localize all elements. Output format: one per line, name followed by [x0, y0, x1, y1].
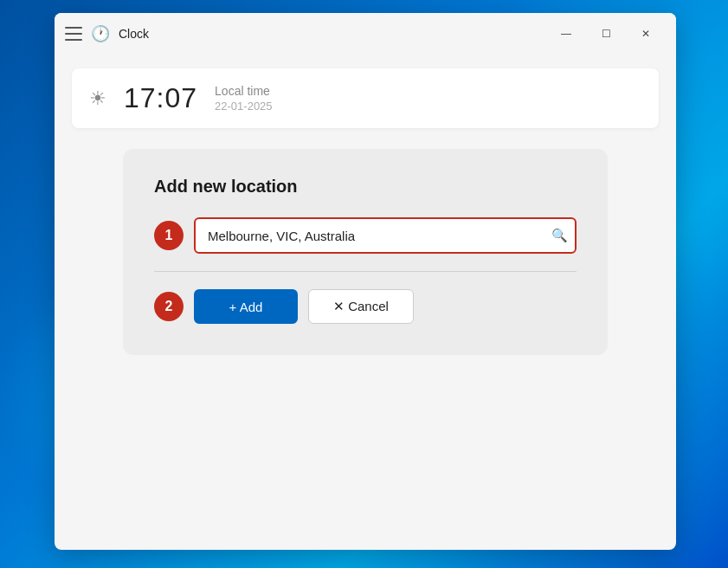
- app-window: 🕐 Clock — ☐ ✕ ☀ 17:07 Local time 22-01-2…: [55, 13, 676, 550]
- search-icon: 🔍: [551, 228, 568, 242]
- action-row: 2 + Add ✕ Cancel: [154, 289, 577, 324]
- current-date: 22-01-2025: [215, 100, 273, 113]
- content-area: ☀ 17:07 Local time 22-01-2025 Add new lo…: [55, 55, 676, 550]
- current-time: 17:07: [124, 82, 197, 114]
- local-time-label: Local time: [215, 84, 273, 98]
- maximize-button[interactable]: ☐: [586, 20, 626, 48]
- add-location-dialog: Add new location 1 🔍 2 + Add ✕ Cancel: [123, 149, 608, 355]
- step-1-badge: 1: [154, 221, 184, 250]
- cancel-button[interactable]: ✕ Cancel: [308, 289, 414, 324]
- dialog-divider: [154, 271, 577, 272]
- location-search-input[interactable]: [194, 217, 577, 254]
- search-input-wrapper: 🔍: [194, 217, 577, 254]
- title-bar-left: 🕐 Clock: [65, 24, 546, 43]
- search-row: 1 🔍: [154, 217, 577, 254]
- app-icon: 🕐: [91, 24, 110, 43]
- close-button[interactable]: ✕: [626, 20, 666, 48]
- step-2-badge: 2: [154, 292, 184, 321]
- time-info: Local time 22-01-2025: [215, 84, 273, 113]
- window-title: Clock: [119, 27, 149, 41]
- search-icon-button[interactable]: 🔍: [551, 228, 568, 243]
- time-card: ☀ 17:07 Local time 22-01-2025: [72, 68, 659, 128]
- minimize-button[interactable]: —: [546, 20, 586, 48]
- add-button[interactable]: + Add: [194, 289, 298, 324]
- sun-icon: ☀: [89, 87, 106, 110]
- dialog-title: Add new location: [154, 177, 577, 197]
- hamburger-menu-icon[interactable]: [65, 27, 82, 41]
- title-bar-controls: — ☐ ✕: [546, 20, 666, 48]
- title-bar: 🕐 Clock — ☐ ✕: [55, 13, 676, 55]
